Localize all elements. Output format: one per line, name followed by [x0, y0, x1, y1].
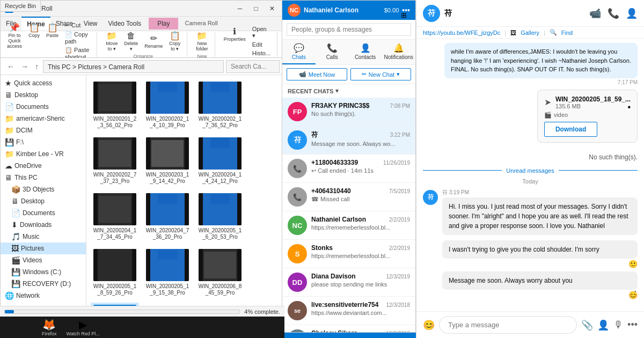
sidebar-item-documents[interactable]: 📄 Documents [1, 101, 86, 113]
new-chat-button[interactable]: ✏ New Chat ▾ [350, 68, 411, 80]
sidebar-item-3d-objects[interactable]: 📦 3D Objects [1, 183, 86, 195]
chat-nav-chats[interactable]: 💬 Chats [282, 40, 316, 64]
attach-button[interactable]: 📎 [581, 319, 593, 331]
sidebar-item-network[interactable]: 🌐 Network [1, 290, 86, 302]
chat-item-diana[interactable]: DD Diana Davison 12/3/2019 please stop s… [282, 268, 415, 297]
chat-item-sensitive[interactable]: se live:sensitiveterrie754 12/3/2018 htt… [282, 297, 415, 325]
taskbar-item-firefox[interactable]: 🦊 Firefox [38, 317, 61, 337]
emoji-button[interactable]: 😊 [423, 319, 435, 331]
copy-path-button[interactable]: 📄 Copy path [63, 31, 92, 45]
sidebar-item-desktop[interactable]: 🖥 Desktop [1, 89, 86, 101]
pictures-icon: 🖼 [11, 244, 19, 253]
firefox-label: Firefox [42, 331, 57, 336]
sidebar-item-videos[interactable]: 🎬 Videos [1, 254, 86, 266]
chat-item-phone2[interactable]: 📞 +4064310440 7/5/2019 ☎ Missed call [282, 183, 415, 211]
chat-item-content-diana: Diana Davison 12/3/2019 please stop send… [311, 273, 410, 288]
organize-group: 📁 Move to ▾ 🗑 Delete ▾ ✏ Rename 📋 Copy t… [104, 32, 187, 57]
sidebar-item-pictures[interactable]: 🖼 Pictures [1, 243, 86, 254]
find-link[interactable]: Find [561, 30, 573, 36]
sidebar-item-dcim[interactable]: 📁 DCIM [1, 124, 86, 136]
sidebar-item-onedrive[interactable]: ☁ OneDrive [1, 160, 86, 172]
file-item-12[interactable]: WIN_20200206_8_45_59_Pro [196, 247, 244, 298]
forward-button[interactable]: → [19, 61, 31, 72]
file-item-9[interactable]: WIN_20200205_1_6_20_53_Pro [196, 191, 244, 243]
phone-call-button[interactable]: 📞 [608, 8, 619, 19]
sidebar-item-kimber[interactable]: 📁 Kimber Lee - VR [1, 148, 86, 160]
file-item-6[interactable]: WIN_20200204_1_4_24_12_Pro [196, 135, 244, 187]
properties-button[interactable]: ℹ Properties [222, 25, 248, 57]
delete-button[interactable]: 🗑 Delete ▾ [122, 30, 140, 53]
message-input[interactable] [439, 316, 577, 334]
download-button[interactable]: Download [544, 122, 597, 137]
rename-button[interactable]: ✏ Rename [142, 32, 165, 50]
maximize-button[interactable]: □ [248, 3, 264, 14]
up-button[interactable]: ↑ [33, 61, 41, 72]
new-folder-button[interactable]: 📁 Newfolder [194, 30, 210, 53]
open-button[interactable]: Open ▾ [250, 25, 273, 40]
chat-nav-calls[interactable]: 📞 Calls [316, 40, 349, 64]
chat-nav-contacts[interactable]: 👤 Contacts [349, 40, 382, 64]
recycle-bin[interactable]: Recycle Bin [0, 0, 41, 12]
file-item-5[interactable]: WIN_20200203_1_9_14_42_Pro [143, 135, 192, 187]
cut-button[interactable]: ✂ Cut [63, 21, 92, 30]
chat-name-freaky: FR3AKY PRINC3$$ [311, 102, 369, 109]
file-item-10[interactable]: WIN_20200205_1_8_59_26_Pro [91, 247, 139, 298]
edit-button[interactable]: Edit [250, 41, 273, 48]
sidebar-item-downloads[interactable]: ⬇ Downloads [1, 219, 86, 231]
recent-chats-label: RECENT CHATS [288, 88, 333, 94]
move-icon: 📁 [106, 31, 117, 41]
search-input[interactable] [226, 60, 280, 73]
chat-item-nathaniel[interactable]: NC Nathaniel Carlson 2/2/2019 https://re… [282, 211, 415, 240]
sidebar-item-desktop2[interactable]: 🖥 Desktop [1, 195, 86, 207]
voice-button[interactable]: 🎙 [613, 319, 623, 330]
progress-bar-area: 4% complete. [0, 306, 284, 317]
minimize-button[interactable]: ─ [232, 3, 247, 14]
sidebar-item-this-pc[interactable]: 🖥 This PC [1, 172, 86, 183]
chat-name-sensitive: live:sensitiveterrie754 [311, 301, 378, 308]
ribbon-tab-video-tools[interactable]: Video Tools [103, 17, 147, 31]
shared-link[interactable]: https://youtu.be/WFE_jizgyDc [423, 30, 500, 36]
sidebar-item-quick-access[interactable]: ★ Quick access [1, 77, 86, 89]
sidebar-item-americavr[interactable]: 📁 americavr-Sheric [1, 113, 86, 124]
sidebar-label-network: Network [16, 292, 40, 299]
profile-button[interactable]: 👤 [626, 8, 638, 19]
file-item-11[interactable]: WIN_20200205_1_9_15_38_Pro [143, 247, 192, 298]
chat-nav-notifications[interactable]: 🔔 Notifications [382, 40, 415, 64]
gallery-link[interactable]: Gallery [521, 30, 539, 36]
chat-item-chelsey[interactable]: CS Chelsey Sikora 12/3/2018 https://www.… [282, 325, 415, 332]
breadcrumb[interactable]: This PC > Pictures > Camera Roll [43, 60, 224, 73]
move-to-button[interactable]: 📁 Move to ▾ [104, 30, 120, 53]
sidebar-item-recovery[interactable]: 💾 RECOVERY (D:) [1, 278, 86, 290]
compose-button[interactable]: ⊞ [401, 11, 407, 19]
copy-button[interactable]: 📋 Copy [26, 21, 42, 61]
file-item-1[interactable]: WIN_20200201_2_3_56_02_Pro [91, 79, 139, 131]
chat-item-stonks[interactable]: S Stonks 2/2/2019 https://rememeberlessf… [282, 240, 415, 268]
copy-to-button[interactable]: 📋 Copy to ▾ [167, 30, 182, 53]
sidebar-item-f-drive[interactable]: 💾 F:\ [1, 136, 86, 148]
sidebar-item-music[interactable]: 🎵 Music [1, 231, 86, 243]
sidebar-item-windows-c[interactable]: 💾 Windows (C:) [1, 266, 86, 278]
history-button[interactable]: Histo... [250, 49, 273, 57]
taskbar-item-watch[interactable]: ▶ Watch Red Pl... [62, 317, 104, 337]
sidebar-label-this-pc: This PC [14, 174, 38, 181]
file-item-8[interactable]: WIN_20200204_7_36_20_Pro [143, 191, 192, 243]
pin-to-quick-button[interactable]: 📌 Pin to Quickaccess [5, 21, 24, 61]
sidebar-label-f-drive: F:\ [16, 138, 24, 146]
file-item-7[interactable]: WIN_20200204_1_7_34_45_Pro [91, 191, 139, 243]
more-button[interactable]: ••• [627, 319, 638, 330]
file-item-4[interactable]: WIN_20200202_7_37_23_Pro [91, 135, 139, 187]
play-button[interactable]: Play [149, 18, 178, 30]
close-button[interactable]: ✕ [265, 3, 280, 14]
file-item-2[interactable]: WIN_20200202_1_4_10_39_Pro [143, 79, 192, 131]
meet-now-button[interactable]: 📹 Meet Now [287, 68, 347, 80]
back-button[interactable]: ← [5, 61, 17, 72]
chat-item-freaky[interactable]: FP FR3AKY PRINC3$$ 7:08 PM No such thing… [282, 98, 415, 126]
video-call-button[interactable]: 📹 [589, 8, 601, 19]
file-item-3[interactable]: WIN_20200202_1_7_36_52_Pro [196, 79, 244, 131]
sidebar-item-documents2[interactable]: 📄 Documents [1, 207, 86, 219]
chat-search-input[interactable] [287, 23, 411, 36]
paste-button[interactable]: 📋 Paste [44, 21, 61, 61]
chat-item-fu[interactable]: 苻 苻 3:22 PM Message me soon. Always wo..… [282, 126, 415, 155]
chat-item-phone1[interactable]: 📞 +118004633339 11/26/2019 ↩ Call ended … [282, 155, 415, 183]
image-button[interactable]: 👤 [597, 319, 609, 331]
